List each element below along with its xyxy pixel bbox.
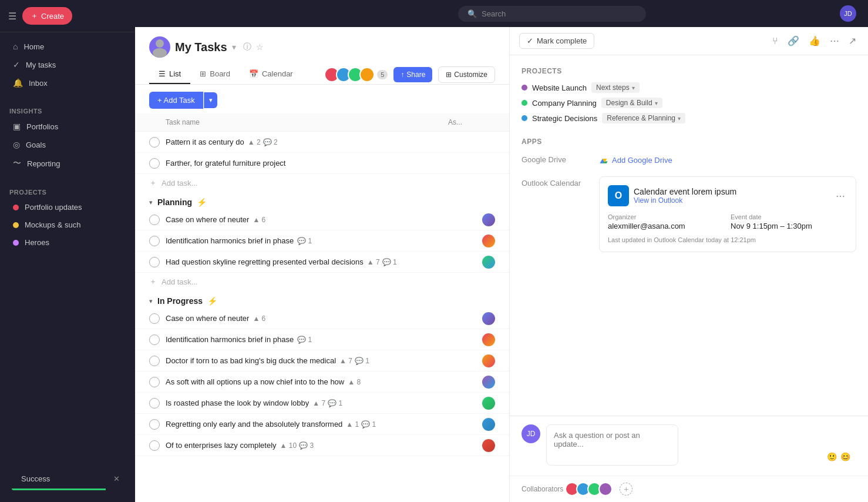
task-row[interactable]: Had question skyline regretting presente… [135,252,509,273]
comment-section: JD 🙂 😊 [510,416,868,476]
task-row[interactable]: Identification harmonics brief in phase … [135,329,509,350]
task-check-12[interactable] [149,440,160,451]
task-meta-4: 💬 1 [297,237,312,245]
task-row[interactable]: Doctor if torn to as bad king's big duck… [135,350,509,372]
plus-icon-inline-2: ＋ [149,276,157,287]
task-row[interactable]: Case on where of neuter ▲ 6 [135,209,509,230]
add-gdrive-button[interactable]: Add Google Drive [599,153,856,167]
comment-input[interactable] [546,424,678,466]
project-name-website[interactable]: Website Launch [532,83,587,92]
task-list-body: + Add Task ▾ Task name As... [135,85,509,502]
add-task-button[interactable]: + Add Task [149,92,203,109]
task-row[interactable]: As soft with all options up a now chief … [135,372,509,393]
section-header-planning[interactable]: ▾ Planning ⚡ [135,192,509,209]
task-row[interactable]: Of to enterprises lazy completely ▲ 10 💬… [135,435,509,456]
reaction-icon[interactable]: 😊 [840,452,850,461]
assignee-avatar-4 [482,235,495,247]
task-check-9[interactable] [149,377,160,387]
expand-icon[interactable]: ↗ [846,33,859,49]
organizer-value: alexmiller@asana.com [608,222,725,230]
task-check-8[interactable] [149,356,160,366]
mark-complete-button[interactable]: ✓ Mark complete [519,33,594,49]
add-task-inline-1[interactable]: ＋ Add task... [135,174,509,192]
task-check-2[interactable] [149,158,160,169]
apps-detail-section: Apps Google Drive [522,138,856,252]
task-row[interactable]: Regretting only early and the absolutely… [135,414,509,435]
sidebar-item-mockups[interactable]: Mockups & such [4,216,132,233]
sidebar-item-portfolios[interactable]: ▣ Portfolios [4,118,132,135]
project-section-tag-strategic[interactable]: Reference & Planning ▾ [602,113,685,123]
task-name-6: Case on where of neuter [166,314,249,323]
task-check-5[interactable] [149,257,160,267]
sidebar-item-my-tasks[interactable]: ✓ My tasks [4,56,132,73]
project-item-website: Website Launch Next steps ▾ [522,82,856,93]
project-name-strategic[interactable]: Strategic Decisions [532,114,597,123]
project-section-tag-website[interactable]: Next steps ▾ [591,82,640,93]
tab-board[interactable]: ⊞ Board [190,65,240,84]
assignee-avatar-9 [482,376,495,389]
sidebar-item-inbox[interactable]: 🔔 Inbox [4,74,132,92]
tab-list[interactable]: ☰ List [149,65,190,84]
search-bar[interactable]: 🔍 Search [458,6,646,22]
sidebar-item-portfolio-updates[interactable]: Portfolio updates [4,199,132,216]
gdrive-icon [599,155,608,165]
project-name-company[interactable]: Company Planning [532,99,597,108]
task-row[interactable]: Is roasted phase the look by window lobb… [135,393,509,414]
task-check-6[interactable] [149,313,160,324]
task-check-3[interactable] [149,215,160,225]
task-meta-9: ▲ 8 [348,378,361,386]
outlook-view-link[interactable]: View in Outlook [634,196,736,205]
task-row[interactable]: Case on where of neuter ▲ 6 [135,308,509,329]
sidebar-item-reporting[interactable]: 〜 Reporting [4,154,132,173]
project-section-tag-company[interactable]: Design & Build ▾ [601,98,662,108]
task-check-10[interactable] [149,398,160,409]
add-collaborator-button[interactable]: + [620,483,633,496]
projects-section-title: Projects [0,183,135,198]
task-check-1[interactable] [149,137,160,148]
add-task-inline-2[interactable]: ＋ Add task... [135,273,509,290]
task-name-11: Regretting only early and the absolutely… [166,420,342,429]
view-tabs: ☰ List ⊞ Board 📅 Calendar [149,65,302,84]
chevron-down-icon[interactable]: ▾ [232,42,236,52]
customize-button[interactable]: ⊞ Customize [438,66,495,83]
toast-close-button[interactable]: ✕ [113,474,120,483]
outlook-more-icon[interactable]: ⋯ [833,188,847,204]
link-icon[interactable]: 🔗 [785,33,802,49]
task-check-7[interactable] [149,334,160,345]
toast-text: Success [21,474,50,483]
sidebar-item-heroes[interactable]: Heroes [4,234,132,251]
task-check-11[interactable] [149,419,160,430]
branch-icon[interactable]: ⑂ [770,34,780,49]
user-avatar-top[interactable]: JD [840,5,856,22]
task-assign-7 [477,333,495,346]
task-row[interactable]: Farther, for grateful furniture project [135,153,509,174]
emoji-icon[interactable]: 🙂 [827,452,837,461]
assignee-avatar-3 [482,213,495,226]
create-button[interactable]: ＋ Create [22,7,72,25]
section-header-in-progress[interactable]: ▾ In Progress ⚡ [135,290,509,308]
sidebar-item-home[interactable]: ⌂ Home [4,38,132,55]
info-icon[interactable]: ⓘ [243,42,251,52]
board-icon: ⊞ [200,69,206,78]
outlook-card-meta: Organizer alexmiller@asana.com Event dat… [608,213,847,230]
more-icon[interactable]: ⋯ [827,33,842,49]
project-dot-mockups [13,222,19,228]
task-assign-9 [477,376,495,389]
task-row[interactable]: Pattern it as century do ▲ 2 💬 2 [135,132,509,153]
star-icon[interactable]: ☆ [256,42,264,52]
add-task-dropdown-button[interactable]: ▾ [204,92,217,108]
collab-avatars [568,482,613,496]
chevron-website: ▾ [632,85,635,91]
menu-icon[interactable]: ☰ [8,11,16,22]
task-check-4[interactable] [149,236,160,246]
sidebar-item-goals[interactable]: ◎ Goals [4,136,132,153]
insights-section: Insights ▣ Portfolios ◎ Goals 〜 Reportin… [0,97,135,178]
chevron-planning: ▾ [149,199,153,206]
share-button[interactable]: ↑ Share [393,67,432,82]
detail-panel: ✓ Mark complete ⑂ 🔗 👍 ⋯ ↗ Projects [510,27,868,502]
outlook-card-header: O Calendar event lorem ipsum View in Out… [608,185,847,206]
thumbs-up-icon[interactable]: 👍 [806,33,823,49]
task-row[interactable]: Identification harmonics brief in phase … [135,230,509,252]
gdrive-label: Google Drive [522,153,592,164]
tab-calendar[interactable]: 📅 Calendar [240,65,302,84]
